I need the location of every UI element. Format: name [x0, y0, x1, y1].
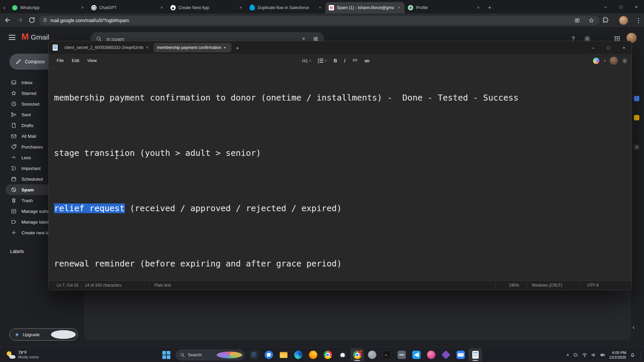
notepad-titlebar[interactable]: client_secret_2_60053885332-2reqe52rrib … — [49, 41, 632, 54]
taskbar-clock[interactable]: 4:05 PM 12/2/2025 — [609, 350, 626, 360]
reading-mode-icon[interactable] — [574, 17, 580, 23]
notifications-bell-icon[interactable] — [630, 352, 635, 358]
github-desktop-button[interactable] — [336, 348, 349, 361]
link-button[interactable] — [352, 57, 358, 64]
copilot-icon[interactable] — [593, 58, 599, 64]
tab-search-icon[interactable]: ∨ — [0, 2, 9, 13]
maximize-button[interactable]: □ — [613, 0, 629, 13]
whatsapp-favicon — [12, 5, 17, 10]
send-icon — [11, 112, 17, 118]
edge-icon — [294, 351, 303, 359]
bookmark-star-icon[interactable] — [588, 17, 594, 23]
notepad-tab-client-secret[interactable]: client_secret_2_60053885332-2reqe52rrib … — [61, 43, 152, 52]
maximize-button[interactable]: □ — [601, 41, 616, 54]
arrow-right-icon: → — [51, 330, 76, 339]
list-dropdown[interactable]: ∨ — [318, 59, 327, 63]
tab-chatgpt[interactable]: ChatGPT × — [88, 2, 167, 13]
calendar-side-panel-icon[interactable] — [634, 96, 639, 101]
tab-close-icon[interactable]: × — [238, 5, 244, 10]
wifi-icon[interactable] — [582, 352, 587, 358]
heading-dropdown[interactable]: H1 ∨ — [302, 58, 311, 63]
tab-create-next-app[interactable]: Create Next App × — [167, 2, 246, 13]
notepad-settings-gear-icon[interactable] — [622, 58, 628, 64]
tab-close-icon[interactable]: × — [80, 5, 85, 10]
text-editor-area[interactable]: membership payment confirmation to donor… — [49, 67, 632, 281]
close-button[interactable]: × — [616, 41, 632, 54]
tab-close-icon[interactable]: × — [159, 5, 164, 10]
omnibox[interactable]: mail.google.com/mail/u/0/?ogbl#spam — [39, 16, 600, 25]
notepad-tab-membership[interactable]: membership payment confirmation ● — [154, 43, 231, 52]
tab-close-icon[interactable]: × — [476, 5, 481, 10]
zoom-level-status[interactable]: 190% — [509, 283, 519, 288]
label-icon — [11, 219, 17, 225]
tab-whatsapp[interactable]: WhatsApp × — [9, 2, 88, 13]
keep-side-panel-icon[interactable] — [634, 115, 639, 120]
tab-salesforce[interactable]: Duplicate flow in Salesforce × — [246, 2, 325, 13]
view-menu[interactable]: View — [83, 56, 101, 65]
forward-button[interactable] — [16, 16, 24, 24]
notepad-button[interactable] — [469, 348, 482, 361]
side-panel-collapse-icon[interactable]: ‹ — [633, 324, 635, 331]
file-menu[interactable]: File — [53, 56, 68, 65]
slate-app-button[interactable] — [395, 348, 408, 361]
paint-app-button[interactable] — [424, 348, 438, 361]
weather-widget[interactable]: 78°F Mostly sunny — [3, 349, 41, 361]
tray-time: 4:05 PM — [612, 350, 626, 355]
chat-app-button[interactable] — [262, 348, 275, 361]
notepad-account-avatar[interactable] — [610, 57, 618, 65]
pencil-icon — [15, 59, 21, 65]
browser-profile-avatar[interactable] — [619, 16, 628, 25]
spam-icon — [11, 187, 17, 193]
chevron-down-icon: ∨ — [309, 59, 312, 62]
show-desktop-handle[interactable] — [640, 350, 641, 360]
url-text[interactable]: mail.google.com/mail/u/0/?ogbl#spam — [50, 18, 129, 23]
terminal-button[interactable]: >_ — [380, 348, 393, 361]
file-explorer-button[interactable] — [277, 348, 290, 361]
reload-button[interactable] — [28, 16, 36, 24]
clear-formatting-button[interactable]: ab — [365, 58, 369, 63]
vscode-button[interactable] — [410, 348, 423, 361]
onedrive-cloud-icon[interactable] — [573, 352, 578, 358]
site-security-icon[interactable] — [43, 17, 47, 23]
calendar-clock-icon — [11, 176, 17, 182]
notification-badge — [359, 350, 362, 353]
editor-line: stage transition (youth > adult > senior… — [54, 147, 626, 159]
tab-close-icon[interactable]: × — [317, 5, 323, 10]
main-menu-icon[interactable] — [9, 35, 15, 40]
tab-title: Spam (1) - ishann.tforce@gma — [337, 5, 394, 10]
back-button[interactable] — [4, 16, 12, 24]
get-addons-icon[interactable]: + — [634, 144, 639, 150]
extensions-puzzle-icon[interactable] — [602, 16, 610, 24]
upgrade-button[interactable]: Upgrade → — [9, 328, 78, 341]
italic-button[interactable]: I — [344, 58, 345, 64]
tab-gmail-spam[interactable]: M Spam (1) - ishann.tforce@gma × — [325, 2, 405, 13]
bold-button[interactable]: B — [334, 58, 337, 63]
gray-app-button[interactable] — [365, 348, 379, 361]
tab-profile[interactable]: Profile × — [405, 2, 484, 13]
chrome-secondary-button[interactable] — [321, 348, 334, 361]
chrome-button[interactable] — [351, 348, 364, 361]
minimize-button[interactable]: – — [598, 0, 613, 13]
mail-app-button[interactable] — [454, 348, 467, 361]
volume-icon[interactable] — [591, 352, 596, 358]
tray-overflow-chevron-icon[interactable]: ∧ — [567, 353, 569, 357]
new-tab-button[interactable]: + — [485, 3, 494, 12]
visual-studio-button[interactable] — [439, 348, 452, 361]
chevron-down-icon[interactable]: ∨ — [603, 59, 606, 62]
firefox-button[interactable] — [306, 348, 320, 361]
new-document-tab-button[interactable]: + — [233, 43, 242, 52]
browser-toolbar: mail.google.com/mail/u/0/?ogbl#spam — [0, 13, 644, 27]
tab-close-icon[interactable]: × — [396, 5, 402, 10]
close-button[interactable]: × — [629, 0, 644, 13]
taskbar-apps: Search >_ — [160, 348, 482, 361]
tab-close-icon[interactable]: × — [146, 45, 149, 50]
task-view-button[interactable] — [247, 348, 261, 361]
selection-count-status: 14 of 333 characters — [85, 283, 121, 288]
taskbar-search[interactable]: Search — [174, 348, 246, 361]
battery-icon[interactable] — [600, 352, 605, 358]
minimize-button[interactable]: – — [585, 41, 601, 54]
browser-menu-icon[interactable] — [635, 17, 641, 24]
edge-button[interactable] — [291, 348, 305, 361]
start-button[interactable] — [160, 348, 173, 361]
edit-menu[interactable]: Edit — [68, 56, 83, 65]
